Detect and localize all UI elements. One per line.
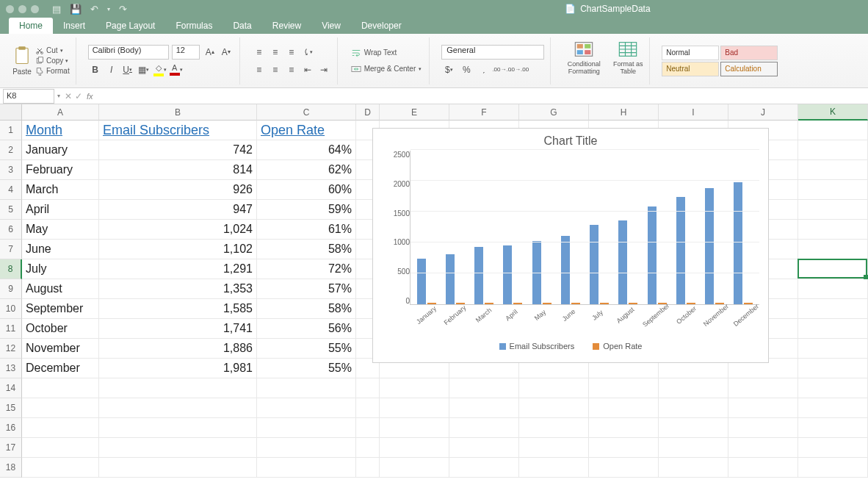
bar-group[interactable] bbox=[415, 151, 438, 304]
bar-subscribers[interactable] bbox=[417, 259, 426, 304]
cell-I18[interactable] bbox=[659, 458, 728, 478]
cell-C3[interactable]: 62% bbox=[257, 160, 356, 180]
cell-K12[interactable] bbox=[798, 339, 868, 359]
cell-I17[interactable] bbox=[659, 438, 728, 458]
cell-A16[interactable] bbox=[22, 418, 99, 438]
style-neutral[interactable]: Neutral bbox=[662, 62, 719, 76]
cell-E15[interactable] bbox=[380, 398, 449, 418]
bar-subscribers[interactable] bbox=[503, 245, 512, 304]
cell-B5[interactable]: 947 bbox=[99, 200, 257, 220]
cell-G14[interactable] bbox=[519, 378, 589, 398]
cell-C11[interactable]: 56% bbox=[257, 319, 356, 339]
cell-J17[interactable] bbox=[728, 438, 798, 458]
wrap-text-button[interactable]: Wrap Text bbox=[350, 46, 424, 60]
tab-view[interactable]: View bbox=[311, 18, 351, 34]
bar-subscribers[interactable] bbox=[676, 197, 685, 304]
cell-K17[interactable] bbox=[798, 438, 868, 458]
cell-K8[interactable] bbox=[798, 259, 868, 279]
cell-J16[interactable] bbox=[728, 418, 798, 438]
bar-subscribers[interactable] bbox=[705, 188, 714, 304]
col-header-E[interactable]: E bbox=[380, 104, 449, 121]
cell-C14[interactable] bbox=[257, 378, 356, 398]
bar-group[interactable] bbox=[559, 151, 582, 304]
chart[interactable]: Chart Title 25002000150010005000 January… bbox=[372, 128, 769, 363]
row-header-16[interactable]: 16 bbox=[0, 418, 22, 438]
cell-A13[interactable]: December bbox=[22, 359, 99, 378]
cell-D17[interactable] bbox=[356, 438, 380, 458]
row-header-1[interactable]: 1 bbox=[0, 121, 22, 140]
row-header-4[interactable]: 4 bbox=[0, 180, 22, 200]
row-header-15[interactable]: 15 bbox=[0, 398, 22, 418]
cell-E18[interactable] bbox=[380, 458, 449, 478]
increase-font-button[interactable]: A▴ bbox=[203, 45, 217, 60]
cell-E16[interactable] bbox=[380, 418, 449, 438]
close-window[interactable] bbox=[6, 5, 14, 13]
cell-A15[interactable] bbox=[22, 398, 99, 418]
orientation-button[interactable]: ⤹▾ bbox=[300, 45, 315, 60]
format-as-table-button[interactable]: Format as Table bbox=[612, 39, 643, 83]
formula-input[interactable] bbox=[96, 89, 868, 104]
indent-increase-button[interactable]: ⇥ bbox=[317, 62, 331, 77]
bar-openrate[interactable] bbox=[744, 303, 753, 304]
chart-title[interactable]: Chart Title bbox=[382, 134, 759, 148]
font-color-button[interactable]: A▾ bbox=[169, 62, 184, 77]
tab-home[interactable]: Home bbox=[9, 18, 53, 34]
col-header-J[interactable]: J bbox=[728, 104, 798, 121]
paste-button[interactable]: Paste bbox=[12, 46, 32, 76]
cell-B1[interactable]: Email Subscribers bbox=[99, 121, 257, 140]
cell-D16[interactable] bbox=[356, 418, 380, 438]
col-header-G[interactable]: G bbox=[519, 104, 589, 121]
cell-C7[interactable]: 58% bbox=[257, 240, 356, 259]
cell-K1[interactable] bbox=[798, 121, 868, 140]
align-bottom-button[interactable]: ≡ bbox=[284, 45, 299, 60]
tab-page-layout[interactable]: Page Layout bbox=[95, 18, 165, 34]
cell-B6[interactable]: 1,024 bbox=[99, 220, 257, 240]
cell-B12[interactable]: 1,886 bbox=[99, 339, 257, 359]
cell-C2[interactable]: 64% bbox=[257, 140, 356, 160]
cell-A8[interactable]: July bbox=[22, 259, 99, 279]
bar-group[interactable] bbox=[501, 151, 524, 304]
cell-C13[interactable]: 55% bbox=[257, 359, 356, 378]
cell-B7[interactable]: 1,102 bbox=[99, 240, 257, 259]
cell-K6[interactable] bbox=[798, 220, 868, 240]
cell-A12[interactable]: November bbox=[22, 339, 99, 359]
number-format-select[interactable]: General bbox=[441, 45, 544, 60]
col-header-H[interactable]: H bbox=[589, 104, 659, 121]
cell-C6[interactable]: 61% bbox=[257, 220, 356, 240]
tab-data[interactable]: Data bbox=[223, 18, 261, 34]
tab-review[interactable]: Review bbox=[262, 18, 311, 34]
align-left-button[interactable]: ≡ bbox=[252, 62, 267, 77]
cell-J18[interactable] bbox=[728, 458, 798, 478]
cell-B9[interactable]: 1,353 bbox=[99, 279, 257, 299]
bar-group[interactable] bbox=[444, 151, 467, 304]
row-header-11[interactable]: 11 bbox=[0, 319, 22, 339]
cell-F14[interactable] bbox=[449, 378, 519, 398]
tab-formulas[interactable]: Formulas bbox=[165, 18, 223, 34]
cell-B2[interactable]: 742 bbox=[99, 140, 257, 160]
font-name-select[interactable]: Calibri (Body) bbox=[88, 45, 169, 60]
cell-A4[interactable]: March bbox=[22, 180, 99, 200]
bar-subscribers[interactable] bbox=[648, 206, 657, 304]
bar-group[interactable] bbox=[530, 151, 554, 304]
row-header-3[interactable]: 3 bbox=[0, 160, 22, 180]
cell-B15[interactable] bbox=[99, 398, 257, 418]
comma-button[interactable]: ⸒ bbox=[477, 62, 491, 77]
row-header-9[interactable]: 9 bbox=[0, 279, 22, 299]
col-header-D[interactable]: D bbox=[356, 104, 380, 121]
cell-A6[interactable]: May bbox=[22, 220, 99, 240]
cell-B8[interactable]: 1,291 bbox=[99, 259, 257, 279]
col-header-B[interactable]: B bbox=[99, 104, 257, 121]
cell-A1[interactable]: Month bbox=[22, 121, 99, 140]
col-header-C[interactable]: C bbox=[257, 104, 356, 121]
cell-K3[interactable] bbox=[798, 160, 868, 180]
decrease-decimal-button[interactable]: .0→.00 bbox=[512, 62, 527, 77]
cell-K5[interactable] bbox=[798, 200, 868, 220]
row-header-8[interactable]: 8 bbox=[0, 259, 22, 279]
cell-B14[interactable] bbox=[99, 378, 257, 398]
decrease-font-button[interactable]: A▾ bbox=[219, 45, 234, 60]
conditional-formatting-button[interactable]: Conditional Formatting bbox=[563, 39, 605, 83]
row-header-10[interactable]: 10 bbox=[0, 299, 22, 319]
minimize-window[interactable] bbox=[18, 5, 26, 13]
cell-I16[interactable] bbox=[659, 418, 728, 438]
bar-group[interactable] bbox=[731, 151, 755, 304]
